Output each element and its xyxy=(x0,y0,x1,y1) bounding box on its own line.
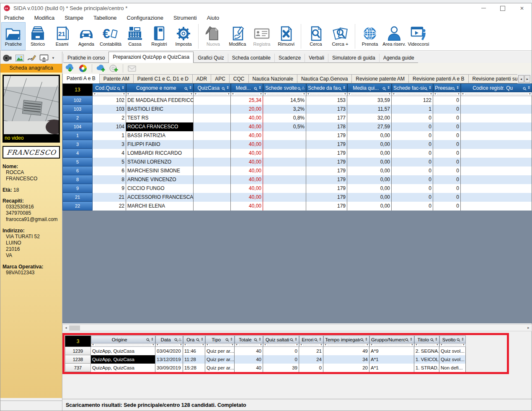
cell-gruppo-numero[interactable]: A*1 xyxy=(369,355,414,364)
cell-schede-svolte[interactable] xyxy=(263,166,306,175)
cell-medi[interactable]: 40,00 xyxy=(231,122,263,131)
registra-button[interactable]: Registra xyxy=(250,22,274,50)
license-tab-adr[interactable]: ADR xyxy=(193,74,211,83)
cell-quizcasa[interactable] xyxy=(194,175,231,184)
cell-media-qui[interactable]: 0,00 xyxy=(347,193,392,202)
imposta-button[interactable]: Imposta xyxy=(171,22,196,50)
cell-schede-svolte[interactable] xyxy=(263,131,306,140)
cloud-add-icon[interactable] xyxy=(96,64,106,73)
column-filter[interactable]: ▼▼ xyxy=(231,92,263,96)
column-filter[interactable]: ▼▼ xyxy=(205,343,235,347)
cell-svolto[interactable]: Quiz svol... xyxy=(439,355,466,364)
menu-item-strumenti[interactable]: Strumenti xyxy=(173,15,197,21)
cell-medi[interactable]: 40,00 xyxy=(231,131,263,140)
license-tab-revisione-patente-am[interactable]: Revisione patente AM xyxy=(352,74,409,83)
cell-preesami[interactable]: 0 xyxy=(433,131,461,140)
tab-scheda-contabile[interactable]: Scheda contabile xyxy=(228,54,274,63)
tab-verbali[interactable]: Verbali xyxy=(305,54,328,63)
cell-medi[interactable]: 40,00 xyxy=(231,166,263,175)
cell-media-qui[interactable]: 0,00 xyxy=(347,166,392,175)
cell-cod-quiz[interactable]: 1 xyxy=(93,131,126,140)
tab-scadenze[interactable]: Scadenze xyxy=(274,54,305,63)
cell-preesami[interactable]: 0 xyxy=(433,158,461,166)
row-header-button[interactable]: 5 xyxy=(62,158,93,166)
cell-schede-da-fare[interactable]: 179 xyxy=(306,140,347,149)
license-tab-nautica-nazionale[interactable]: Nautica Nazionale xyxy=(249,74,297,83)
cell-schede-fac-simili[interactable]: 0 xyxy=(392,166,433,175)
cell-tempo-impiegato[interactable]: 49 xyxy=(323,347,369,355)
menu-item-tabellone[interactable]: Tabellone xyxy=(93,15,117,21)
cloud-download-icon[interactable] xyxy=(65,64,75,73)
menu-item-stampe[interactable]: Stampe xyxy=(65,15,83,21)
cell-media-qui[interactable]: 0,00 xyxy=(347,175,392,184)
row-header-button[interactable]: 1239 xyxy=(65,347,91,355)
tab-preparazioni-quizapp-e-quizcasa[interactable]: Preparazioni QuizApp e QuizCasa xyxy=(108,52,194,63)
row-header-button[interactable]: 9 xyxy=(62,184,93,193)
cell-schede-da-fare[interactable]: 179 xyxy=(306,184,347,193)
row-header-button[interactable]: 6 xyxy=(62,166,93,175)
table-row[interactable]: 33FILIPPI FABIO40,001790,0000 xyxy=(62,140,532,149)
cell-cod-quiz[interactable]: 8 xyxy=(93,175,126,184)
cell-media-qui[interactable]: 33,59 xyxy=(347,96,392,105)
license-tab-cqc[interactable]: CQC xyxy=(230,74,249,83)
cell-cod-quiz[interactable]: 6 xyxy=(93,166,126,175)
cell-schede-da-fare[interactable]: 178 xyxy=(306,122,347,131)
column-header-ora[interactable]: Ora⇕ xyxy=(183,336,205,343)
close-icon[interactable]: ✕ xyxy=(512,3,532,13)
cell-schede-da-fare[interactable]: 153 xyxy=(306,96,347,105)
cell-cod-quiz[interactable]: 4 xyxy=(93,149,126,158)
cell-titolo[interactable]: 2. SEGNA... xyxy=(414,347,439,355)
minimize-icon[interactable] xyxy=(474,3,493,13)
column-filter[interactable]: ▼▼ xyxy=(461,92,532,96)
cell-totale[interactable]: 40 xyxy=(235,355,263,364)
cell-tipo[interactable]: Quiz per ar... xyxy=(205,355,235,364)
table-row[interactable]: 11BASSI PATRIZIA40,001790,0000 xyxy=(62,131,532,140)
column-filter[interactable]: ▼▼ xyxy=(194,92,231,96)
column-filter[interactable]: ▼▼ xyxy=(263,92,306,96)
cell-totale[interactable]: 40 xyxy=(235,347,263,355)
cell-schede-da-fare[interactable]: 179 xyxy=(306,175,347,184)
cell-cod-quiz[interactable]: 103 xyxy=(93,105,126,114)
cell-ora[interactable]: 15:28 xyxy=(183,364,205,372)
column-filter[interactable]: ▼▼ xyxy=(306,92,347,96)
cell-quizcasa[interactable] xyxy=(194,140,231,149)
cell-schede-svolte[interactable] xyxy=(263,175,306,184)
row-header-button[interactable]: 8 xyxy=(62,175,93,184)
table-row[interactable]: 2121ACCESSORIO FRANCESCA40,001790,0000 xyxy=(62,193,532,202)
license-tab-patenti-a-e-b[interactable]: Patenti A e B xyxy=(62,74,100,83)
cell-cognome-e-nome[interactable]: MARCHI ELENA xyxy=(126,202,194,211)
cell-schede-svolte[interactable]: 3,2% xyxy=(263,105,306,114)
column-filter[interactable]: ▼▼ xyxy=(433,92,461,96)
cell-gruppo-numero[interactable]: A*1 xyxy=(369,364,414,372)
license-tab-nautica-cap-genova[interactable]: Nautica Cap.Genova xyxy=(297,74,352,83)
license-tab-patenti-c1-e-c-d1-e-d[interactable]: Patenti C1 e C, D1 e D xyxy=(134,74,193,83)
cell-preesami[interactable]: 0 xyxy=(433,114,461,122)
menu-item-configurazione[interactable]: Configurazione xyxy=(127,15,163,21)
menu-item-modifica[interactable]: Modifica xyxy=(34,15,54,21)
row-header-button[interactable]: 102 xyxy=(62,96,93,105)
cell-quizcasa[interactable] xyxy=(194,105,231,114)
cell-quizcasa[interactable] xyxy=(194,193,231,202)
cell-cognome-e-nome[interactable]: BASTIOLI ERIC xyxy=(126,105,194,114)
column-filter[interactable]: ▼▼ xyxy=(91,343,155,347)
cell-tipo[interactable]: Quiz per ar... xyxy=(205,364,235,372)
cell-data[interactable]: 03/04/2020 xyxy=(155,347,183,355)
cell-ora[interactable]: 11:28 xyxy=(183,355,205,364)
row-header-button[interactable]: 2 xyxy=(62,114,93,122)
cell-medi[interactable]: 40,00 xyxy=(231,202,263,211)
cell-schede-fac-simili[interactable]: 0 xyxy=(392,202,433,211)
column-filter[interactable]: ▼▼ xyxy=(155,343,183,347)
cell-media-qui[interactable]: 27,59 xyxy=(347,122,392,131)
cell-cognome-e-nome[interactable]: FILIPPI FABIO xyxy=(126,140,194,149)
cell-schede-svolte[interactable] xyxy=(263,149,306,158)
scroll-left-icon[interactable]: ◄ xyxy=(63,326,69,329)
row-header-button[interactable]: 21 xyxy=(62,193,93,202)
registri-button[interactable]: Registri xyxy=(147,22,171,50)
row-header-button[interactable]: 4 xyxy=(62,149,93,158)
cell-schede-fac-simili[interactable]: 0 xyxy=(392,131,433,140)
cell-media-qui[interactable]: 0,00 xyxy=(347,158,392,166)
column-filter[interactable]: ▼▼ xyxy=(323,343,369,347)
cell-errori[interactable]: 24 xyxy=(299,355,323,364)
cell-preesami[interactable]: 0 xyxy=(433,105,461,114)
cell-cognome-e-nome[interactable]: MARCHESINI SIMONE xyxy=(126,166,194,175)
